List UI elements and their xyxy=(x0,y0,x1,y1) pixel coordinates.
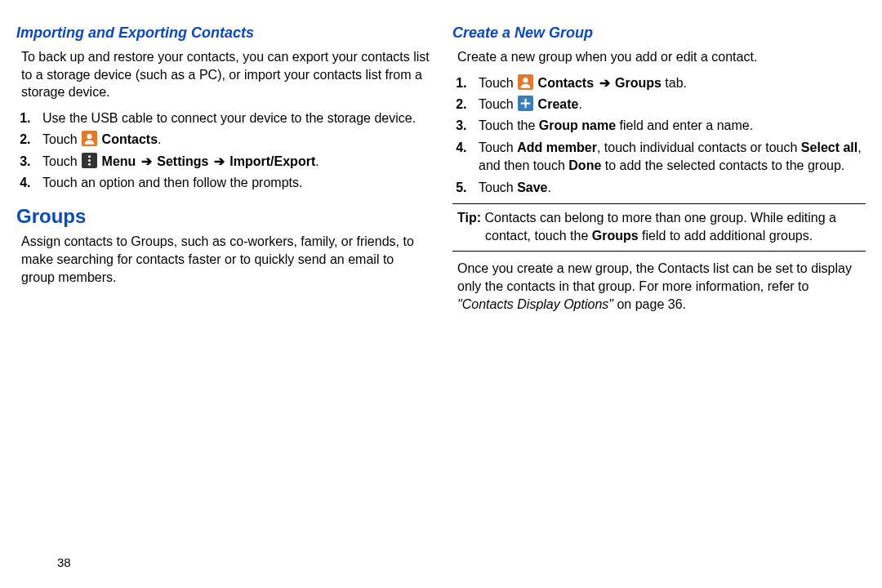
step-3: Touch the Group name field and enter a n… xyxy=(470,117,866,135)
text: Touch xyxy=(42,154,81,168)
bold-text: Save xyxy=(517,180,547,194)
svg-point-4 xyxy=(88,159,91,162)
menu-icon xyxy=(82,153,97,168)
paragraph-groups: Assign contacts to Groups, such as co-wo… xyxy=(16,233,430,286)
step-2: Touch Contacts. xyxy=(34,131,430,149)
right-column: Create a New Group Create a new group wh… xyxy=(452,24,866,327)
text: Once you create a new group, the Contact… xyxy=(457,261,852,293)
bold-text: Add member xyxy=(517,140,597,154)
bold-text: Menu xyxy=(102,154,136,168)
step-text: Use the USB cable to connect your device… xyxy=(42,111,416,125)
step-2: Touch Create. xyxy=(470,96,866,114)
step-1: Use the USB cable to connect your device… xyxy=(34,109,430,127)
arrow-icon: ➔ xyxy=(598,76,612,90)
svg-point-5 xyxy=(88,163,91,165)
bold-text: Contacts xyxy=(538,76,594,90)
svg-point-7 xyxy=(523,78,528,82)
steps-create-group: Touch Contacts ➔ Groups tab. Touch Creat… xyxy=(452,74,866,197)
text: Touch xyxy=(479,97,517,111)
text: . xyxy=(548,180,551,194)
text: tab. xyxy=(662,76,687,90)
step-text: Touch Contacts ➔ Groups tab. xyxy=(479,76,687,90)
step-4: Touch an option and then follow the prom… xyxy=(34,174,430,192)
paragraph-import-export: To back up and restore your contacts, yo… xyxy=(16,48,430,101)
step-4: Touch Add member, touch individual conta… xyxy=(470,139,866,176)
text: Touch the xyxy=(479,118,539,132)
paragraph-after-tip: Once you create a new group, the Contact… xyxy=(452,260,866,314)
text: field and enter a name. xyxy=(616,118,753,132)
cross-reference: "Contacts Display Options" xyxy=(457,297,613,311)
text: on page 36. xyxy=(613,297,686,311)
step-text: Touch an option and then follow the prom… xyxy=(42,176,302,189)
bold-text: Group name xyxy=(539,118,616,132)
step-text: Touch Contacts. xyxy=(42,132,162,146)
step-5: Touch Save. xyxy=(470,179,866,197)
bold-text: Import/Export xyxy=(229,154,315,168)
arrow-icon: ➔ xyxy=(212,154,226,168)
step-3: Touch Menu ➔ Settings ➔ Import/Export. xyxy=(34,153,430,171)
divider xyxy=(452,203,866,204)
step-text: Touch Create. xyxy=(479,97,582,111)
text: to add the selected contacts to the grou… xyxy=(601,158,844,172)
page-number: 38 xyxy=(57,555,71,569)
bold-text: Create xyxy=(538,97,579,111)
step-1: Touch Contacts ➔ Groups tab. xyxy=(470,74,866,92)
step-text: Touch the Group name field and enter a n… xyxy=(479,118,753,132)
text: Touch xyxy=(479,76,517,90)
tip-label: Tip: xyxy=(457,211,481,225)
heading-groups: Groups xyxy=(16,205,430,228)
heading-create-group: Create a New Group xyxy=(452,24,866,42)
text: . xyxy=(315,154,318,168)
steps-import-export: Use the USB cable to connect your device… xyxy=(16,109,430,193)
step-text: Touch Save. xyxy=(479,180,551,194)
contacts-icon xyxy=(82,131,97,146)
paragraph-create-group: Create a new group when you add or edit … xyxy=(452,48,866,66)
bold-text: Groups xyxy=(592,229,639,243)
text: . xyxy=(578,97,581,111)
bold-text: Select all xyxy=(801,140,858,154)
heading-import-export: Importing and Exporting Contacts xyxy=(16,24,430,42)
bold-text: Done xyxy=(568,158,601,172)
step-text: Touch Add member, touch individual conta… xyxy=(479,140,862,172)
step-text: Touch Menu ➔ Settings ➔ Import/Export. xyxy=(42,154,319,168)
text: . xyxy=(158,132,161,146)
bold-text: Groups xyxy=(615,76,662,90)
text: , touch individual contacts or touch xyxy=(597,140,801,154)
bold-text: Contacts xyxy=(102,132,158,146)
tip-block: Tip: Contacts can belong to more than on… xyxy=(452,209,866,244)
svg-rect-10 xyxy=(521,103,530,105)
text: Touch xyxy=(42,132,81,146)
bold-text: Settings xyxy=(157,154,208,168)
left-column: Importing and Exporting Contacts To back… xyxy=(16,24,430,327)
text: Touch xyxy=(479,180,517,194)
text: Touch xyxy=(479,140,517,154)
divider xyxy=(452,251,866,252)
plus-icon xyxy=(518,96,533,111)
contacts-icon xyxy=(518,74,533,90)
svg-point-3 xyxy=(88,155,91,158)
svg-point-1 xyxy=(87,134,92,139)
arrow-icon: ➔ xyxy=(140,154,154,168)
text: field to add additional groups. xyxy=(639,229,813,243)
